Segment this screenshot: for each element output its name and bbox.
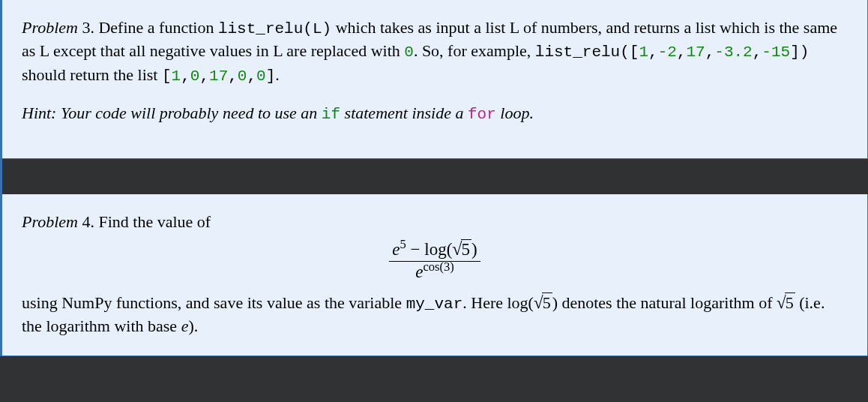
code-number: 0: [238, 68, 247, 85]
code-number: 17: [209, 68, 228, 85]
math-exponent: 5: [400, 237, 406, 251]
fraction-denominator: ecos(3): [389, 262, 480, 284]
sqrt: √5: [452, 238, 471, 261]
code-sep: ,: [199, 68, 209, 85]
math-e: e: [181, 316, 189, 335]
sqrt: √5: [534, 291, 552, 314]
code-sep: ,: [705, 44, 715, 61]
code-number: -2: [658, 44, 677, 61]
code-sep: ,: [228, 68, 238, 85]
problem-4-cell: Problem 4. Find the value of e5 − log(√5…: [0, 194, 868, 356]
text: using NumPy functions, and save its valu…: [22, 293, 406, 312]
code-sep: ,: [677, 44, 687, 61]
code-number: -15: [762, 44, 790, 61]
text: Define a function: [98, 18, 217, 37]
math-e: e: [415, 262, 423, 281]
problem-number: 4.: [82, 212, 94, 231]
problem-4-intro: Problem 4. Find the value of: [22, 211, 848, 233]
problem-label: Problem: [22, 18, 78, 37]
code-sep: ,: [648, 44, 658, 61]
code-number: 0: [404, 44, 414, 61]
text: ).: [188, 316, 198, 335]
code-number: 1: [172, 68, 181, 85]
math-text: ): [471, 240, 477, 259]
fraction: e5 − log(√5) ecos(3): [389, 238, 480, 284]
code-number: 1: [639, 44, 648, 61]
hint-text: Hint: Your code will probably need to us…: [22, 104, 322, 122]
code-sep: ,: [753, 44, 762, 61]
problem-3-body: Problem 3. Define a function list_relu(L…: [22, 16, 848, 87]
notebook-separator: [0, 159, 868, 194]
problem-3-cell: Problem 3. Define a function list_relu(L…: [0, 0, 868, 159]
code-result-suffix: ]: [266, 68, 276, 85]
text: should return the list: [22, 65, 162, 84]
code-keyword-if: if: [322, 106, 340, 123]
text: . Here log(: [462, 293, 534, 312]
code-funcname: list_relu(L): [218, 20, 331, 38]
math-exponent: cos(3): [423, 260, 453, 274]
problem-3-hint: Hint: Your code will probably need to us…: [22, 102, 848, 125]
code-call-suffix: ]): [790, 44, 809, 61]
text: ) denotes the natural logarithm of: [552, 293, 777, 312]
code-number: -3.2: [714, 44, 752, 61]
problem-4-body: using NumPy functions, and save its valu…: [22, 291, 848, 338]
math-e: e: [392, 240, 400, 259]
code-number: 0: [256, 68, 266, 85]
code-varname: my_var: [406, 296, 463, 313]
problem-4-equation: e5 − log(√5) ecos(3): [22, 238, 848, 284]
problem-number: 3.: [82, 18, 94, 37]
radicand: 5: [461, 239, 472, 259]
hint-text: loop.: [496, 104, 534, 122]
hint-text: statement inside a: [340, 104, 468, 122]
text: Find the value of: [98, 212, 211, 231]
code-call-prefix: list_relu([: [535, 44, 639, 61]
problem-label: Problem: [22, 212, 78, 231]
code-sep: ,: [181, 68, 190, 85]
radicand: 5: [785, 292, 795, 312]
sqrt: √5: [777, 291, 795, 314]
fraction-numerator: e5 − log(√5): [389, 238, 480, 262]
text: . So, for example,: [414, 41, 535, 60]
code-sep: ,: [247, 68, 256, 85]
code-keyword-for: for: [468, 106, 496, 123]
math-text: − log(: [406, 240, 453, 259]
code-number: 17: [686, 44, 705, 61]
code-result-prefix: [: [162, 68, 172, 85]
code-number: 0: [190, 68, 200, 85]
text: .: [275, 65, 280, 84]
radicand: 5: [542, 292, 552, 312]
